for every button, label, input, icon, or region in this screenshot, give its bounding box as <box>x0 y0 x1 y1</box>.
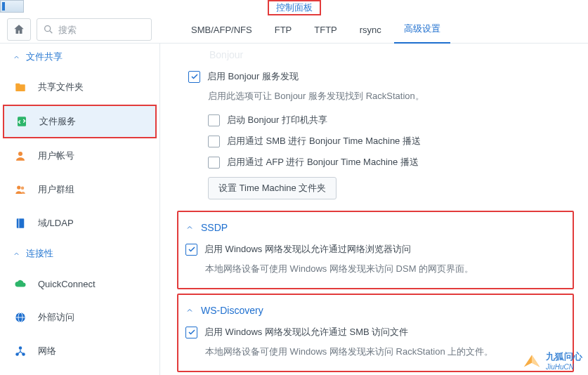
checkbox[interactable] <box>208 136 220 147</box>
sidebar-item-label: 用户帐号 <box>38 150 74 162</box>
sidebar-item-cloud-link[interactable]: QuickConnect <box>0 267 159 301</box>
globe-icon <box>13 310 28 325</box>
sidebar-item-globe[interactable]: 外部访问 <box>0 301 159 334</box>
tab-smb-afp-nfs[interactable]: SMB/AFP/NFS <box>181 18 262 44</box>
watermark-line1: 九狐问心 <box>546 350 582 363</box>
fox-logo-icon <box>522 353 542 369</box>
checkbox[interactable] <box>185 244 197 256</box>
tab--[interactable]: 高级设置 <box>394 15 450 44</box>
page-title: 控制面板 <box>268 0 321 15</box>
sidebar-section-header[interactable]: 连接性 <box>0 240 159 267</box>
tab-ftp[interactable]: FTP <box>265 18 302 44</box>
checkbox[interactable] <box>185 327 197 338</box>
sidebar-item-label: 共享文件夹 <box>38 81 84 93</box>
sidebar-item-users[interactable]: 用户群组 <box>0 173 159 206</box>
checkbox-row-ssdp-enable[interactable]: 启用 Windows 网络发现以允许通过网络浏览器访问 <box>185 239 566 260</box>
checkbox-row-bonjour-enable[interactable]: 启用 Bonjour 服务发现 <box>188 66 588 87</box>
users-icon <box>13 182 28 197</box>
section-wsd: WS-Discovery 启用 Windows 网络发现以允许通过 SMB 访问… <box>177 294 574 372</box>
home-button[interactable] <box>7 18 31 41</box>
checkbox-label: 启用 Windows 网络发现以允许通过网络浏览器访问 <box>204 243 411 256</box>
sidebar-item-label: 文件服务 <box>39 115 76 128</box>
svg-rect-9 <box>18 218 20 228</box>
watermark-line2: JiuHuCN <box>546 363 582 371</box>
checkbox-label: 启用 Windows 网络发现以允许通过 SMB 访问文件 <box>204 326 408 338</box>
chevron-up-icon <box>185 223 194 232</box>
section-title: WS-Discovery <box>201 305 263 316</box>
file-transfer-icon <box>14 114 30 129</box>
checkbox-label: 启用 Bonjour 服务发现 <box>207 70 299 83</box>
description-text: 本地网络设备可使用 Windows 网络发现来访问 RackStation 上的… <box>185 343 566 365</box>
checkbox-label: 启用通过 AFP 进行 Bonjour Time Machine 播送 <box>227 156 419 169</box>
svg-point-6 <box>17 185 20 189</box>
sidebar: 文件共享共享文件夹文件服务用户帐号用户群组域/LDAP连接性QuickConne… <box>0 44 160 375</box>
sidebar-item-book[interactable]: 域/LDAP <box>0 206 159 240</box>
chevron-up-icon <box>13 250 20 258</box>
chevron-up-icon <box>185 306 194 315</box>
svg-rect-8 <box>17 218 25 228</box>
section-header-bonjour[interactable]: Bonjour <box>188 44 588 66</box>
checkbox-label: 启动 Bonjour 打印机共享 <box>227 114 327 126</box>
tab-tftp[interactable]: TFTP <box>304 18 347 44</box>
chevron-up-icon <box>13 53 20 61</box>
section-header-wsd[interactable]: WS-Discovery <box>185 299 566 322</box>
svg-point-5 <box>18 152 22 156</box>
svg-rect-3 <box>15 84 20 86</box>
tab-rsync[interactable]: rsync <box>350 18 391 44</box>
svg-point-0 <box>45 26 51 32</box>
user-icon <box>13 148 28 164</box>
checkbox-row-bonjour-smb-tm[interactable]: 启用通过 SMB 进行 Bonjour Time Machine 播送 <box>208 131 588 152</box>
section-title: SSDP <box>201 222 228 233</box>
description-text: 启用此选项可让 Bonjour 服务发现找到 RackStation。 <box>188 87 588 110</box>
sidebar-section-header[interactable]: 文件共享 <box>0 44 159 70</box>
search-box[interactable] <box>37 18 152 41</box>
checkbox[interactable] <box>208 114 220 126</box>
checkbox-label: 启用通过 SMB 进行 Bonjour Time Machine 播送 <box>227 135 421 147</box>
section-ssdp: SSDP 启用 Windows 网络发现以允许通过网络浏览器访问 本地网络设备可… <box>177 211 574 289</box>
top-row: SMB/AFP/NFSFTPTFTPrsync高级设置 <box>0 17 588 44</box>
home-icon <box>13 23 25 36</box>
search-input[interactable] <box>58 25 176 35</box>
watermark: 九狐问心 JiuHuCN <box>522 350 582 371</box>
sidebar-item-file-transfer[interactable]: 文件服务 <box>3 105 157 138</box>
set-time-machine-button[interactable]: 设置 Time Machine 文件夹 <box>208 177 337 199</box>
description-text: 本地网络设备可使用 Windows 网络发现来访问 DSM 的网页界面。 <box>185 260 566 282</box>
cloud-link-icon <box>13 276 28 291</box>
sidebar-item-label: 用户群组 <box>38 183 74 196</box>
svg-point-13 <box>19 346 22 350</box>
sidebar-item-label: 域/LDAP <box>38 217 74 230</box>
section-header-ssdp[interactable]: SSDP <box>185 216 566 239</box>
checkbox[interactable] <box>188 71 200 83</box>
sidebar-item-label: QuickConnect <box>38 279 96 289</box>
svg-point-7 <box>21 187 25 190</box>
section-bonjour: Bonjour 启用 Bonjour 服务发现 启用此选项可让 Bonjour … <box>177 44 588 206</box>
sidebar-item-user[interactable]: 用户帐号 <box>0 139 159 173</box>
folder-icon <box>13 79 28 95</box>
tabs: SMB/AFP/NFSFTPTFTPrsync高级设置 <box>174 17 588 44</box>
section-title: Bonjour <box>209 49 243 60</box>
checkbox[interactable] <box>208 157 220 169</box>
page-title-wrap: 控制面板 <box>0 0 588 15</box>
checkbox-row-bonjour-afp-tm[interactable]: 启用通过 AFP 进行 Bonjour Time Machine 播送 <box>208 152 588 173</box>
main-content: Bonjour 启用 Bonjour 服务发现 启用此选项可让 Bonjour … <box>160 44 588 375</box>
sidebar-item-network[interactable]: 网络 <box>0 334 159 368</box>
sidebar-item-label: 网络 <box>38 345 56 357</box>
svg-line-1 <box>50 31 52 33</box>
sidebar-item-label: 外部访问 <box>38 311 74 324</box>
sidebar-item-folder[interactable]: 共享文件夹 <box>0 70 159 104</box>
book-icon <box>13 216 28 231</box>
checkbox-row-wsd-enable[interactable]: 启用 Windows 网络发现以允许通过 SMB 访问文件 <box>185 322 566 343</box>
search-icon <box>43 24 54 35</box>
network-icon <box>13 343 28 359</box>
checkbox-row-bonjour-printer[interactable]: 启动 Bonjour 打印机共享 <box>208 110 588 131</box>
